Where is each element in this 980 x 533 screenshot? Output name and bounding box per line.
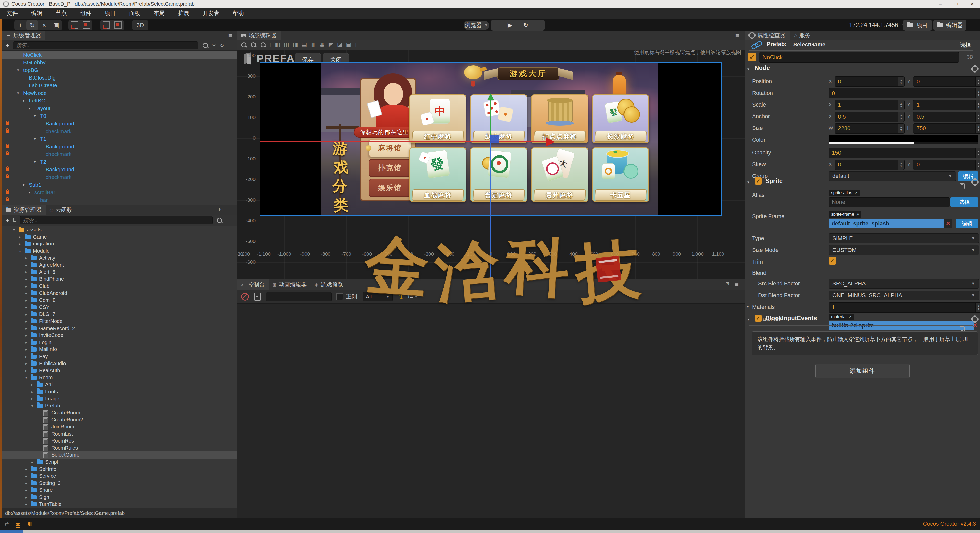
hierarchy-node-row[interactable]: Background (2, 143, 237, 151)
value-input[interactable]: 2280▲▼ (835, 124, 905, 133)
log-level-dropdown[interactable]: All▼ (363, 292, 393, 301)
select-size-mode[interactable]: CUSTOM▼ (829, 245, 979, 255)
asset-row[interactable]: SelectGame (2, 451, 237, 458)
rotate-tool-button[interactable]: ↻ (26, 20, 38, 30)
select-atlas-button[interactable]: 选择 (950, 197, 978, 207)
hierarchy-node-row[interactable]: ▾scrollBar (2, 189, 237, 196)
collapse-log-icon[interactable] (255, 293, 261, 301)
menu-item-4[interactable]: 组件 (73, 8, 98, 19)
menu-item-10[interactable]: 帮助 (226, 8, 250, 19)
expand-arrow[interactable]: ▾ (23, 98, 25, 103)
expand-arrow[interactable]: ▸ (25, 312, 27, 316)
value-input[interactable]: 0▲▼ (835, 160, 905, 170)
hierarchy-node-row[interactable]: BGLobby (2, 59, 237, 66)
asset-row[interactable]: ▾assets (2, 226, 237, 233)
asset-row[interactable]: ▸DLG_7 (2, 311, 237, 318)
expand-arrow[interactable]: ▾ (17, 68, 19, 72)
lock-icon[interactable] (6, 176, 9, 178)
edit-sprite-frame-button[interactable]: 编辑 (956, 219, 978, 228)
refresh-icon[interactable]: ↻ (220, 42, 224, 48)
expand-arrow[interactable]: ▾ (34, 114, 36, 118)
tab-console[interactable]: >_控制台 (237, 279, 269, 290)
expand-arrow[interactable]: ▸ (19, 242, 21, 246)
expand-arrow[interactable]: ▸ (25, 326, 27, 330)
expand-arrow[interactable]: ▸ (25, 488, 27, 492)
expand-arrow[interactable]: ▸ (31, 397, 33, 401)
value-input[interactable]: 0▲▼ (913, 76, 980, 87)
expand-arrow[interactable]: ▾ (17, 91, 19, 95)
open-project-button[interactable]: 项目 (903, 20, 932, 30)
asset-row[interactable]: ▸Alert_6 (2, 269, 237, 276)
refresh-preview-button[interactable]: ↻ (523, 22, 528, 29)
align-icon-7[interactable]: ◩ (328, 41, 334, 48)
sort-icon[interactable]: ⇅ (12, 217, 16, 223)
expand-arrow[interactable]: ▸ (25, 291, 27, 295)
expand-arrow[interactable]: ▸ (31, 390, 33, 394)
asset-row[interactable]: ▸CSY (2, 304, 237, 311)
local-coord-button[interactable] (100, 20, 112, 30)
asset-row[interactable]: ▸Fonts (2, 388, 237, 395)
move-tool-button[interactable]: + (14, 20, 26, 30)
maximize-button[interactable]: □ (948, 0, 964, 8)
menu-item-2[interactable]: 编辑 (24, 8, 49, 19)
hierarchy-search-input[interactable]: 搜索... (13, 41, 198, 49)
close-button[interactable]: ✕ (964, 0, 980, 8)
asset-row[interactable]: ▸Script (2, 458, 237, 466)
hierarchy-menu-icon[interactable]: ≡ (229, 32, 232, 39)
select-type[interactable]: SIMPLE▼ (829, 233, 979, 243)
tab-hierarchy[interactable]: 层级管理器 (2, 31, 45, 40)
select-src-blend-factor[interactable]: SRC_ALPHA▼ (829, 279, 979, 289)
minimize-button[interactable]: – (932, 0, 948, 8)
coins-icon[interactable] (16, 523, 20, 525)
global-coord-button[interactable] (112, 20, 124, 30)
expand-arrow[interactable]: ▸ (25, 495, 27, 499)
asset-row[interactable]: ▸Login (2, 339, 237, 346)
sprite-frame-value[interactable]: default_sprite_splash (829, 219, 944, 228)
clear-console-icon[interactable] (241, 293, 249, 301)
hierarchy-node-row[interactable]: ▾LeftBG (2, 97, 237, 105)
menu-item-9[interactable]: 开发者 (196, 8, 226, 19)
hierarchy-node-row[interactable]: BtCloseDlg (2, 74, 237, 82)
gizmo-x-arrowhead[interactable] (546, 138, 555, 146)
assets-search-input[interactable]: 搜索... (20, 216, 213, 224)
align-icon-8[interactable]: ◪ (337, 41, 342, 48)
expand-arrow[interactable]: ▾ (28, 190, 30, 195)
asset-row[interactable]: ▸Sign (2, 494, 237, 501)
asset-row[interactable]: ▸Setting_3 (2, 480, 237, 487)
expand-arrow[interactable]: ▸ (25, 347, 27, 352)
tab-animation-editor[interactable]: ▣动画编辑器 (269, 279, 311, 290)
align-icon-1[interactable]: ◧ (275, 41, 280, 48)
align-icon-4[interactable]: ▤ (302, 41, 307, 48)
asset-row[interactable]: ▸RealAuth (2, 367, 237, 374)
hierarchy-node-row[interactable]: ▾Sub1 (2, 181, 237, 189)
prefab-select-link[interactable]: 选择 (959, 41, 971, 49)
expand-arrow[interactable]: ▸ (25, 355, 27, 359)
asset-row[interactable]: ▾Prefab (2, 402, 237, 409)
align-icon-6[interactable]: ▦ (319, 41, 325, 48)
menu-item-8[interactable]: 扩展 (171, 8, 196, 19)
asset-row[interactable]: RoomRules (2, 444, 237, 452)
expand-arrow[interactable]: ▸ (25, 474, 27, 478)
expand-arrow[interactable]: ▸ (25, 369, 27, 373)
hierarchy-node-row[interactable]: ▾Layout (2, 105, 237, 112)
gizmo-y-arrowhead[interactable] (487, 93, 494, 100)
node-name-input[interactable]: NoClick (759, 52, 959, 63)
expand-arrow[interactable]: ▾ (747, 305, 749, 309)
trim-checkbox[interactable]: ✓ (829, 257, 836, 265)
expand-arrow[interactable]: ▸ (31, 460, 33, 464)
console-filter-input[interactable] (266, 292, 331, 301)
hierarchy-node-row[interactable]: checkmark (2, 151, 237, 158)
asset-row[interactable]: ▸TurnTable (2, 501, 237, 508)
sync-icon[interactable]: ⇄ (5, 521, 9, 527)
group-select[interactable]: default▼ (829, 171, 956, 181)
assets-menu-icon[interactable]: ≡ (229, 206, 232, 214)
console-menu-icon[interactable]: ≡ (735, 281, 738, 288)
asset-row[interactable]: RoomRes (2, 438, 237, 444)
menu-item-5[interactable]: 项目 (98, 8, 123, 19)
asset-row[interactable]: ▸Image (2, 395, 237, 402)
hierarchy-node-row[interactable]: ▾NewNode (2, 89, 237, 97)
scissors-icon[interactable]: ✂ (212, 42, 216, 48)
asset-row[interactable]: RoomList (2, 430, 237, 438)
gear-icon[interactable] (972, 316, 978, 322)
expand-arrow[interactable]: ▸ (25, 284, 27, 288)
